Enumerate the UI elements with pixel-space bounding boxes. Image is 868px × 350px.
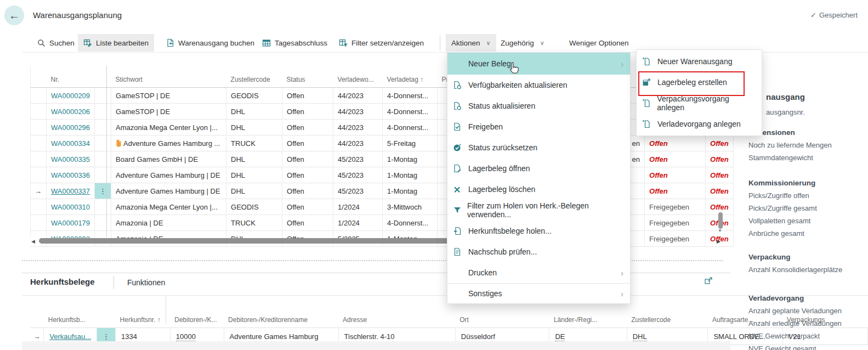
menu-item-drucken[interactable]: Drucken › [447, 262, 630, 283]
col-header-verladewoche[interactable]: Verladewo... [333, 66, 383, 88]
col-header-verladetag[interactable]: Verladetag ↑ [383, 66, 438, 88]
col-header-status[interactable]: Status [282, 66, 333, 88]
factbox-group-verpackung: Verpackung Anzahl Konsolidierlagerplätze [748, 251, 866, 276]
sort-ascending-icon: ↑ [420, 76, 423, 83]
business-central-page: ← Warenausgangsplanung ✓Gespeichert Such… [0, 0, 868, 350]
hscroll-left-arrow-icon[interactable]: ◀ [31, 239, 35, 244]
freeze-pane-divider [106, 66, 107, 237]
menu-item-sonstiges[interactable]: Sonstiges › [447, 284, 630, 303]
menu-item-neuer-beleg[interactable]: Neuer Beleg › [447, 53, 630, 75]
filter-funnel-icon [453, 206, 462, 214]
selected-row-arrow-icon: → [35, 187, 42, 195]
functions-menu-button[interactable]: Funktionen [127, 278, 165, 287]
ellipsis-icon: ⋮ [103, 332, 110, 341]
document-refresh-icon [453, 81, 462, 89]
edit-list-icon [83, 38, 92, 47]
factbox-field: Anzahl erledigte Verladungen [748, 317, 866, 330]
menu-item-herkunftsbelege-holen[interactable]: Herkunftsbelege holen... [447, 221, 630, 241]
get-documents-icon [453, 227, 462, 235]
chevron-down-icon: ∨ [540, 39, 544, 47]
shipment-link: WA0000336 [51, 171, 90, 179]
col-header-herkunftsnr[interactable]: Herkunftsnr. ↑ [116, 295, 171, 328]
ellipsis-icon: ⋮ [99, 187, 106, 195]
popout-button[interactable] [704, 276, 713, 287]
vertical-scrollbar[interactable] [718, 212, 723, 229]
shipment-link: WA0000206 [51, 108, 90, 116]
save-status: ✓Gespeichert [810, 11, 858, 19]
menu-item-lagerbeleg-oeffnen[interactable]: Lagerbeleg öffnen [447, 158, 630, 179]
document-check-icon [453, 122, 462, 131]
grid-filter-icon [339, 39, 348, 47]
shipment-link: WA0000209 [51, 92, 90, 100]
col-header-stichwort[interactable]: Stichwort [111, 66, 226, 88]
factbox-field: NVE Gewicht gesamt [748, 342, 866, 350]
menu-item-status-aktualisieren[interactable]: Status aktualisieren [447, 95, 630, 116]
factbox-group-verladevorgang: Verladevorgang Anzahl geplante Verladung… [748, 292, 866, 350]
toolbar-divider [440, 35, 440, 50]
fewer-options-button[interactable]: Weniger Optionen [564, 34, 634, 52]
calendar-grid-icon [262, 39, 271, 47]
table-left-border [30, 66, 31, 237]
factbox-field: Noch zu liefernde Mengen [748, 139, 866, 151]
menu-item-filter-herk-belege[interactable]: Filter zum Holen von Herk.-Belegen verwe… [447, 200, 630, 221]
subpage-footer-band [22, 341, 730, 350]
back-button[interactable]: ← [4, 5, 24, 25]
col-header-zustellercode[interactable]: Zustellercode [226, 66, 282, 88]
col-header-zustellercode[interactable]: Zustellercode [627, 295, 708, 328]
chevron-right-icon: › [621, 59, 623, 69]
search-button[interactable]: Suchen [32, 34, 80, 52]
menu-item-verfuegbarkeiten-aktualisieren[interactable]: Verfügbarkeiten aktualisieren [447, 75, 630, 95]
factbox-field: Picks/Zugriffe offen [748, 189, 866, 202]
post-document-icon [166, 38, 174, 47]
open-in-window-icon [704, 276, 713, 285]
menu-item-freigeben[interactable]: Freigeben [447, 116, 630, 137]
source-doc-link: Verkaufsau... [49, 332, 91, 341]
factbox-field: NVE Gewicht verpackt [748, 330, 866, 342]
shipment-link: WA0000296 [51, 123, 90, 132]
vscroll-down-arrow-icon[interactable]: ▼ [718, 228, 722, 233]
submenu-item-lagerbeleg-erstellen[interactable]: Lagerbeleg erstellen [637, 72, 762, 93]
factbox-title: nausgang [766, 92, 805, 101]
row-context-menu[interactable]: ⋮ [95, 183, 111, 199]
new-document-icon [642, 120, 651, 128]
shipment-link: WA0000335 [51, 155, 90, 163]
document-edit-icon [453, 164, 462, 173]
day-end-button[interactable]: Tagesabschluss [257, 34, 333, 52]
edit-list-button[interactable]: Liste bearbeiten [78, 34, 154, 52]
menu-item-lagerbeleg-loeschen[interactable]: Lagerbeleg löschen [447, 179, 630, 200]
shipment-link: WA0000179 [51, 219, 90, 227]
related-menu-button[interactable]: Zugehörig ∨ [495, 34, 550, 52]
menu-item-nachschub-pruefen[interactable]: Nachschub prüfen... [447, 241, 630, 262]
filter-button[interactable]: Filter setzen/anzeigen [333, 34, 429, 52]
factbox-field: Anzahl geplante Verladungen [748, 304, 866, 317]
post-shipment-button[interactable]: Warenausgang buchen [161, 34, 260, 52]
chevron-down-icon: ∨ [486, 39, 491, 47]
actions-menu-button[interactable]: Aktionen ∨ [446, 34, 496, 52]
hscroll-right-arrow-icon[interactable]: ▶ [717, 239, 721, 244]
shipment-link: WA0000337 [51, 187, 90, 195]
col-header-adresse[interactable]: Adresse [338, 295, 455, 328]
back-arrow-icon: ← [9, 9, 20, 22]
col-header-debitor[interactable]: Debitoren-/K... [170, 295, 224, 328]
menu-item-status-zuruecksetzen[interactable]: Status zurücksetzen [447, 137, 630, 158]
col-header-debitorname[interactable]: Debitoren-/Kreditorenname [224, 295, 338, 328]
factbox-field: Picks/Zugriffe gesamt [748, 202, 866, 214]
submenu-item-neuer-warenausgang[interactable]: Neuer Warenausgang [637, 51, 762, 72]
freeze-pane-divider [166, 296, 166, 324]
submenu-item-verladevorgang-anlegen[interactable]: Verladevorgang anlegen [637, 114, 762, 134]
submenu-item-verpackungsvorgang-anlegen[interactable]: Verpackungsvorgang anlegen [637, 93, 762, 114]
col-header-herkunftsbeleg[interactable]: Herkunftsb... [44, 295, 97, 328]
create-warehouse-doc-icon [642, 78, 651, 87]
factbox-field: Vollpaletten gesamt [748, 214, 866, 227]
col-header-nr[interactable]: Nr. [47, 66, 95, 88]
reset-status-icon [453, 143, 462, 152]
check-replenishment-icon [453, 247, 462, 256]
factbox-field: Stammdatengewicht [748, 151, 866, 164]
shipment-link: WA0000310 [51, 203, 90, 211]
neuer-beleg-submenu: Neuer Warenausgang Lagerbeleg erstellen … [636, 49, 762, 136]
part-divider [114, 276, 114, 289]
new-document-icon [642, 57, 651, 66]
new-document-icon [642, 99, 651, 108]
factbox-field: Anzahl Konsolidierlagerplätze [748, 263, 866, 276]
chevron-right-icon: › [621, 289, 623, 298]
